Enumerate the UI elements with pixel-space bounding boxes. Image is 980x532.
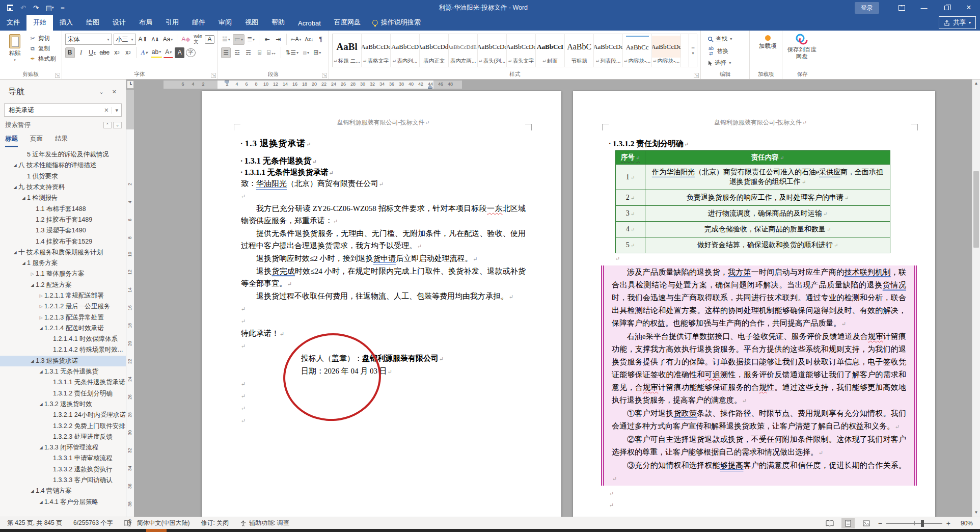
numbering-icon[interactable]: ≔▾ (233, 34, 244, 45)
table-row[interactable]: 4完成仓储验收，保证商品的质量和数量 (616, 222, 890, 237)
nav-tree-item[interactable]: ◢十 技术服务和质保期服务计划 (0, 247, 126, 258)
bullets-icon[interactable]: ☱▾ (221, 34, 231, 45)
style-gallery-item[interactable]: AaBbCcI↵封面 (536, 34, 565, 67)
track-changes-indicator[interactable]: 修订: 关闭 (201, 519, 229, 527)
align-left-icon[interactable]: ☰ (221, 47, 231, 58)
character-shading-icon[interactable]: A (175, 47, 184, 58)
nav-chevron-down-icon[interactable]: ⌄ (95, 89, 108, 95)
collapse-arrow-icon[interactable]: ◢ (20, 196, 27, 200)
style-gallery-item[interactable]: AaBbCcDc↵列表段... (594, 34, 623, 67)
ribbon-tab-开始[interactable]: 开始 (26, 15, 53, 31)
nav-tree-item[interactable]: 1.3 浸塑手套1490 (0, 225, 126, 236)
zoom-out-icon[interactable]: − (878, 519, 882, 527)
nav-tree-item[interactable]: ◢1.3 退换货承诺 (0, 356, 126, 366)
nav-tab-结果[interactable]: 结果 (55, 135, 68, 147)
doc-heading-1[interactable]: 1.3 退换货承诺 (241, 137, 526, 151)
doc-paragraph[interactable]: 退换货响应时效≤2 小时，接到退换货申请后立即启动处理流程。 (241, 252, 526, 265)
pink-paragraph[interactable]: 涉及产品质量缺陷的退换货，我方第一时间启动与对应生产商的技术联判机制，联合出具检… (612, 266, 906, 330)
doc-promise-line[interactable]: 特此承诺！ (241, 327, 526, 340)
pink-paragraph[interactable]: ①客户对退换货政策条款、操作路径、时限节点、费用规则享有充分知情权。我们会通过多… (612, 407, 906, 433)
paste-button[interactable]: 粘贴 ▾ (3, 33, 26, 71)
restore-icon[interactable] (935, 0, 958, 15)
show-marks-icon[interactable]: ¶ (316, 34, 325, 45)
pink-paragraph[interactable]: ②客户可自主选择退货退款或换货，不受任何附加条件限制。这体现了我们对客户选择权的… (612, 433, 906, 459)
redo-icon[interactable]: ↷ (33, 4, 39, 12)
ribbon-tab-帮助[interactable]: 帮助 (265, 15, 291, 31)
shrink-font-icon[interactable]: A⬇ (151, 34, 160, 45)
save-icon[interactable] (7, 5, 13, 11)
font-size-select[interactable]: 小三▾ (114, 34, 136, 45)
search-next-icon[interactable]: ⌄ (113, 122, 122, 128)
select-button[interactable]: 选择▾ (706, 59, 744, 67)
customize-qat-icon[interactable]: ═ (61, 5, 64, 10)
borders-icon[interactable]: ⊞▾ (312, 47, 322, 58)
doc-paragraph[interactable]: 退换货过程不收取任何费用，往返物流、人工、包装等费用均由我方承担。 (241, 290, 526, 303)
collapse-arrow-icon[interactable]: ◢ (12, 163, 18, 168)
distribute-icon[interactable]: ⌸↔ (266, 47, 278, 58)
tab-stop-selector[interactable]: ┗ (127, 81, 134, 89)
nav-tree-item[interactable]: 5 近年发生的诉讼及仲裁情况 (0, 149, 126, 160)
nav-tree-item[interactable]: ◢1.4 营销方案 (0, 486, 126, 496)
table-row[interactable]: 5做好资金结算，确保退款和换货的顺利进行 (616, 237, 890, 253)
share-button[interactable]: 共享 ▾ (939, 16, 976, 29)
close-icon[interactable]: × (958, 0, 980, 15)
expand-arrow-icon[interactable]: ▷ (29, 272, 36, 276)
ribbon-tab-引用[interactable]: 引用 (159, 15, 185, 31)
read-mode-icon[interactable] (823, 518, 836, 528)
nav-tree-item[interactable]: 1.3.3.1 申请审核流程 (0, 453, 126, 464)
touch-mode-icon[interactable]: ▤ ▾ (46, 4, 54, 12)
collapse-arrow-icon[interactable]: ◢ (38, 445, 44, 450)
copy-button[interactable]: ⧉复制 (28, 44, 58, 53)
collapse-arrow-icon[interactable]: ◢ (29, 359, 36, 363)
zoom-slider-thumb[interactable] (921, 520, 924, 527)
collapse-arrow-icon[interactable]: ◢ (29, 283, 36, 287)
collapse-arrow-icon[interactable]: ◢ (20, 261, 27, 265)
nav-tree-item[interactable]: 1.3.2.1 24小时内受理承诺 (0, 410, 126, 420)
nav-tree-item[interactable]: 1.1 布棉手套1488 (0, 203, 126, 214)
responsibility-table[interactable]: 序号 责任内容 1作为华油阳光（北京）商贸有限责任公司准入的石油e采供应商，全面… (615, 150, 890, 253)
doc-heading-4[interactable]: 1.3.1.2 责任划分明确 (609, 138, 912, 150)
style-gallery-item[interactable]: AaBbCcD↵表内列... (391, 34, 420, 67)
ribbon-tab-审阅[interactable]: 审阅 (212, 15, 238, 31)
nav-tree-item[interactable]: 1.3.1.2 责任划分明确 (0, 388, 126, 399)
collapse-arrow-icon[interactable]: ◢ (12, 185, 18, 190)
nav-tab-标题[interactable]: 标题 (5, 135, 18, 147)
format-painter-button[interactable]: ✒格式刷 (28, 55, 58, 63)
collapse-arrow-icon[interactable]: ◢ (38, 402, 44, 407)
underline-button[interactable]: U▾ (88, 47, 97, 58)
ribbon-tab-设计[interactable]: 设计 (106, 15, 132, 31)
paragraph-dialog-launcher-icon[interactable]: ↘ (322, 73, 327, 78)
style-gallery-item[interactable]: AaBl↵标题 二... (333, 34, 362, 67)
nav-tree-item[interactable]: ◢1 检测报告 (0, 193, 126, 203)
nav-tree-item[interactable]: 1.3.3.3 客户回访确认 (0, 475, 126, 486)
word-count[interactable]: 6/255763 个字 (73, 519, 113, 527)
nav-tree-item[interactable]: 1.2.1.4.2 特殊场景时效... (0, 344, 126, 355)
collapse-arrow-icon[interactable]: ◢ (12, 250, 18, 255)
style-gallery-item[interactable]: AaBbCcDc↵表头(列... (478, 34, 507, 67)
strikethrough-icon[interactable]: abc (99, 47, 111, 58)
nav-search-input[interactable] (5, 107, 101, 114)
nav-close-icon[interactable]: ✕ (108, 89, 121, 95)
style-gallery-item[interactable]: AaBbCcDc↵表头文字 (507, 34, 536, 67)
ribbon-tab-邮件[interactable]: 邮件 (185, 15, 212, 31)
expand-arrow-icon[interactable]: ▷ (38, 304, 44, 309)
increase-indent-icon[interactable]: ⇥ (274, 34, 283, 45)
font-family-select[interactable]: 宋体▾ (65, 34, 112, 45)
nav-tree-item[interactable]: ▷1.1 整体服务方案 (0, 269, 126, 279)
accessibility-indicator[interactable]: 辅助功能: 调查 (240, 519, 289, 527)
ribbon-tab-插入[interactable]: 插入 (53, 15, 79, 31)
nav-tree-item[interactable]: 1.3.2.2 免费上门取件安排 (0, 420, 126, 431)
undo-icon[interactable]: ↶ (20, 4, 26, 12)
nav-tree-item[interactable]: ◢1.2 配送方案 (0, 280, 126, 290)
web-layout-icon[interactable] (860, 518, 873, 528)
language-indicator[interactable]: 简体中文(中国大陆) (137, 519, 189, 527)
nav-tree-item[interactable]: ◢1.3.1 无条件退换货 (0, 366, 126, 377)
pink-highlight-block[interactable]: 涉及产品质量缺陷的退换货，我方第一时间启动与对应生产商的技术联判机制，联合出具检… (601, 265, 917, 486)
decrease-indent-icon[interactable]: ⇤ (262, 34, 272, 45)
search-prev-icon[interactable]: ⌃ (103, 122, 112, 128)
addins-button[interactable]: 加载项 (753, 35, 782, 49)
save-to-netdisk-button[interactable]: 保存到百度网盘 (785, 34, 818, 60)
doc-paragraph[interactable]: 提供无条件退换货服务，无理由、无门槛、无附加条件，凡在配送、验收、使用过程中客户… (241, 227, 526, 252)
doc-to-line[interactable]: 致：华油阳光（北京）商贸有限责任公司 (241, 178, 526, 190)
style-gallery-item[interactable]: AaBbCcDc↵表格文字 (362, 34, 391, 67)
